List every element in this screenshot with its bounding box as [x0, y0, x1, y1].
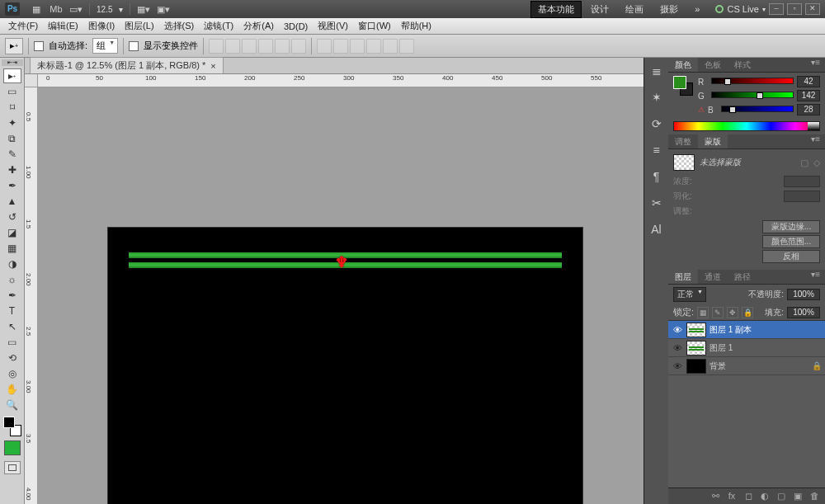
- workspace-design[interactable]: 设计: [583, 1, 616, 18]
- move-tool-indicator[interactable]: ▸+: [5, 38, 23, 54]
- lock-trans-icon[interactable]: ▦: [697, 307, 709, 318]
- menu-select[interactable]: 选择(S): [159, 18, 200, 34]
- minimize-button[interactable]: –: [769, 3, 784, 15]
- panel-menu-icon[interactable]: ▾≡: [806, 58, 825, 72]
- brush-tool[interactable]: ✒: [3, 178, 21, 193]
- hand-tool[interactable]: ✋: [3, 382, 21, 397]
- shape-tool[interactable]: ▭: [3, 335, 21, 350]
- color-fgbg[interactable]: [673, 76, 693, 96]
- dodge-tool[interactable]: ☼: [3, 272, 21, 287]
- dist-3-icon[interactable]: [350, 39, 365, 54]
- crop-tool[interactable]: ⧉: [3, 131, 21, 146]
- clone-source-icon[interactable]: ⟳: [648, 115, 665, 132]
- color-range-button[interactable]: 颜色范围...: [762, 235, 820, 248]
- adjustment-icon[interactable]: ◐: [759, 491, 771, 502]
- tab-layers[interactable]: 图层: [668, 270, 698, 284]
- close-button[interactable]: ✕: [805, 3, 820, 15]
- menu-file[interactable]: 文件(F): [3, 18, 43, 34]
- fx-icon[interactable]: fx: [726, 491, 738, 502]
- menu-view[interactable]: 视图(V): [313, 18, 353, 34]
- lasso-tool[interactable]: ⌑: [3, 100, 21, 115]
- vector-mask-icon[interactable]: ◇: [813, 158, 820, 168]
- dist-2-icon[interactable]: [333, 39, 348, 54]
- blend-mode-select[interactable]: 正常: [673, 287, 706, 302]
- lock-pos-icon[interactable]: ✥: [727, 307, 738, 318]
- pen-tool[interactable]: ✒: [3, 288, 21, 303]
- layer-thumb[interactable]: [686, 359, 706, 374]
- tab-paths[interactable]: 路径: [728, 270, 757, 284]
- layer-row[interactable]: 👁 图层 1: [668, 339, 825, 357]
- path-tool[interactable]: ↖: [3, 319, 21, 334]
- tab-masks[interactable]: 蒙版: [698, 134, 728, 148]
- mask-icon[interactable]: ◻: [742, 491, 754, 502]
- mini-bridge-icon[interactable]: Mb: [49, 2, 64, 16]
- b-slider[interactable]: [721, 106, 794, 114]
- menu-window[interactable]: 窗口(W): [353, 18, 396, 34]
- layer-thumb[interactable]: [686, 341, 706, 356]
- visibility-icon[interactable]: 👁: [672, 361, 683, 371]
- tab-styles[interactable]: 样式: [728, 58, 757, 72]
- dist-6-icon[interactable]: [399, 39, 414, 54]
- brush-presets-icon[interactable]: ✶: [648, 89, 665, 106]
- workspace-essentials[interactable]: 基本功能: [530, 1, 582, 18]
- menu-edit[interactable]: 编辑(E): [43, 18, 83, 34]
- 3d-tool[interactable]: ⟲: [3, 351, 21, 365]
- screen-switch-icon[interactable]: ▣▾: [156, 2, 171, 16]
- ruler-horizontal[interactable]: 0 50 100 150 200 250 300 350 400 450 500…: [38, 74, 644, 87]
- opacity-value[interactable]: 100%: [787, 289, 820, 300]
- eraser-tool[interactable]: ◪: [3, 225, 21, 240]
- zoom-tool[interactable]: 🔍: [3, 398, 21, 412]
- menu-filter[interactable]: 滤镜(T): [199, 18, 238, 34]
- lock-pixels-icon[interactable]: ✎: [712, 307, 724, 318]
- g-value[interactable]: 142: [797, 90, 820, 101]
- char-panel-icon[interactable]: ≡: [648, 142, 665, 158]
- layer-name[interactable]: 图层 1: [710, 342, 733, 354]
- workspace-painting[interactable]: 绘画: [618, 1, 651, 18]
- lock-all-icon[interactable]: 🔒: [742, 307, 753, 318]
- align-hmid-icon[interactable]: [275, 39, 290, 54]
- trash-icon[interactable]: 🗑: [808, 491, 820, 502]
- layer-name[interactable]: 背景: [710, 360, 726, 372]
- dist-4-icon[interactable]: [366, 39, 381, 54]
- menu-3d[interactable]: 3D(D): [279, 20, 313, 33]
- align-bottom-icon[interactable]: [242, 39, 257, 54]
- visibility-icon[interactable]: 👁: [672, 325, 683, 335]
- visibility-icon[interactable]: 👁: [672, 343, 683, 353]
- show-transform-checkbox[interactable]: [129, 41, 139, 51]
- density-input[interactable]: [784, 176, 820, 187]
- maximize-button[interactable]: ▫: [787, 3, 802, 15]
- align-right-icon[interactable]: [291, 39, 306, 54]
- gradient-tool[interactable]: ▦: [3, 241, 21, 256]
- tab-swatches[interactable]: 色板: [698, 58, 728, 72]
- document-close-icon[interactable]: ×: [210, 61, 215, 71]
- pixel-mask-icon[interactable]: ▢: [800, 158, 808, 168]
- workspace-more[interactable]: »: [687, 2, 707, 16]
- auto-select-mode[interactable]: 组: [92, 38, 118, 54]
- link-layers-icon[interactable]: ⚯: [710, 491, 721, 502]
- color-spectrum[interactable]: [673, 121, 820, 131]
- move-tool[interactable]: ▸+: [3, 68, 21, 83]
- group-icon[interactable]: ▢: [776, 491, 787, 502]
- menu-image[interactable]: 图像(I): [83, 18, 120, 34]
- screen-mode-icon[interactable]: ▭▾: [68, 2, 83, 16]
- g-slider[interactable]: [711, 92, 794, 100]
- menu-analysis[interactable]: 分析(A): [238, 18, 279, 34]
- stamp-tool[interactable]: ▲: [3, 194, 21, 209]
- fg-bg-colors[interactable]: [3, 417, 21, 436]
- history-brush-tool[interactable]: ↺: [3, 210, 21, 224]
- b-value[interactable]: 28: [797, 104, 820, 115]
- cslive-button[interactable]: CS Live▾: [715, 4, 766, 14]
- eyedropper-tool[interactable]: ✎: [3, 147, 21, 162]
- zoom-value[interactable]: 12.5: [97, 5, 112, 14]
- r-slider[interactable]: [711, 78, 794, 86]
- align-panel-icon[interactable]: Al: [648, 221, 665, 238]
- arrange-docs-icon[interactable]: ▦▾: [136, 2, 151, 16]
- align-left-icon[interactable]: [258, 39, 273, 54]
- 3d-camera-tool[interactable]: ◎: [3, 366, 21, 381]
- tools-preset-icon[interactable]: ✂: [648, 195, 665, 211]
- align-top-icon[interactable]: [209, 39, 224, 54]
- tab-adjustments[interactable]: 调整: [668, 134, 698, 148]
- document-tab[interactable]: 未标题-1 @ 12.5% (图层 1 副本, RGB/8) * ×: [30, 57, 224, 73]
- panel-menu-icon[interactable]: ▾≡: [806, 134, 825, 148]
- new-layer-icon[interactable]: ▣: [792, 491, 804, 502]
